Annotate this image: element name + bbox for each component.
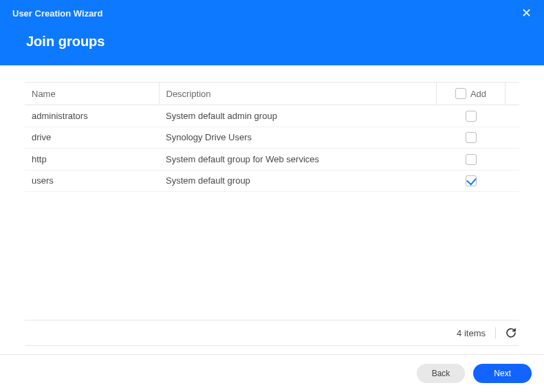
back-button[interactable]: Back [417, 364, 466, 383]
add-checkbox[interactable] [466, 175, 477, 186]
wizard-header: User Creation Wizard ✕ Join groups [0, 0, 544, 65]
group-name-cell: http [25, 149, 159, 171]
group-name-cell: users [25, 170, 159, 192]
group-description-cell: System default group for Web services [159, 149, 437, 171]
content-area: Name Description Add administratorsSyste… [0, 65, 544, 346]
row-spacer [505, 149, 520, 171]
row-spacer [505, 127, 520, 149]
table-row[interactable]: administratorsSystem default admin group [25, 105, 519, 127]
close-icon[interactable]: ✕ [521, 7, 532, 19]
group-add-cell [437, 170, 505, 192]
group-add-cell [437, 149, 505, 171]
wizard-window: User Creation Wizard ✕ Join groups Name … [0, 0, 544, 392]
group-add-cell [437, 105, 505, 127]
status-divider [495, 327, 496, 338]
add-checkbox[interactable] [466, 111, 477, 122]
group-description-cell: System default admin group [159, 105, 437, 127]
groups-table: Name Description Add administratorsSyste… [25, 82, 519, 192]
column-header-description[interactable]: Description [159, 83, 437, 105]
window-title: User Creation Wizard [12, 8, 532, 19]
refresh-icon[interactable] [505, 327, 516, 338]
group-name-cell: administrators [25, 105, 159, 127]
column-header-add-label: Add [470, 89, 486, 99]
table-row[interactable]: httpSystem default group for Web service… [25, 149, 519, 171]
table-row[interactable]: driveSynology Drive Users [25, 127, 519, 149]
group-add-cell [437, 127, 505, 149]
group-description-cell: Synology Drive Users [159, 127, 437, 149]
select-all-checkbox[interactable] [455, 88, 466, 99]
next-button[interactable]: Next [473, 364, 532, 383]
status-bar: 4 items [25, 320, 519, 346]
item-count: 4 items [457, 328, 486, 338]
row-spacer [505, 170, 520, 192]
column-header-spacer [505, 83, 520, 105]
add-checkbox[interactable] [466, 154, 477, 165]
column-header-add[interactable]: Add [437, 83, 505, 105]
add-checkbox[interactable] [466, 132, 477, 143]
wizard-footer: Back Next [0, 354, 544, 392]
page-title: Join groups [26, 34, 532, 50]
row-spacer [505, 105, 520, 127]
column-header-name[interactable]: Name [25, 83, 159, 105]
group-name-cell: drive [25, 127, 159, 149]
table-row[interactable]: usersSystem default group [25, 170, 519, 192]
groups-table-wrap: Name Description Add administratorsSyste… [25, 82, 519, 320]
group-description-cell: System default group [159, 170, 437, 192]
